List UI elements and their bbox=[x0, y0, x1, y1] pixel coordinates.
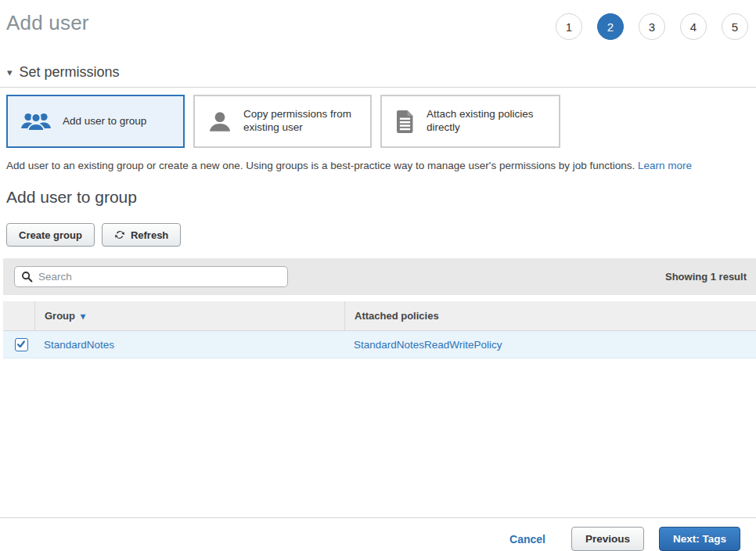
search-field-wrap bbox=[14, 266, 288, 287]
policy-link[interactable]: StandardNotesReadWritePolicy bbox=[354, 339, 502, 351]
sort-desc-icon: ▾ bbox=[81, 311, 85, 322]
header-policies-column: Attached policies bbox=[344, 301, 756, 330]
step-indicator: 1 2 3 4 5 bbox=[556, 13, 748, 40]
table-toolbar: Showing 1 result bbox=[3, 258, 756, 295]
cancel-link[interactable]: Cancel bbox=[509, 533, 545, 546]
group-column-label: Group bbox=[45, 310, 75, 322]
row-checkbox-checked[interactable] bbox=[15, 338, 28, 351]
permissions-description: Add user to an existing group or create … bbox=[6, 160, 756, 171]
option-label: Add user to group bbox=[63, 115, 146, 128]
page-title: Add user bbox=[6, 11, 89, 35]
table-row[interactable]: StandardNotes StandardNotesReadWritePoli… bbox=[3, 331, 756, 358]
permission-options: Add user to group Copy permissions from … bbox=[6, 95, 756, 148]
table-header-row: Group ▾ Attached policies bbox=[3, 301, 756, 331]
learn-more-link[interactable]: Learn more bbox=[638, 160, 692, 171]
header-checkbox-column bbox=[3, 301, 34, 330]
collapse-arrow-icon: ▾ bbox=[7, 67, 13, 77]
row-policies-cell: StandardNotesReadWritePolicy bbox=[344, 339, 756, 351]
create-group-button[interactable]: Create group bbox=[6, 223, 95, 247]
group-actions: Create group Refresh bbox=[6, 223, 756, 247]
step-5[interactable]: 5 bbox=[722, 13, 748, 40]
search-icon bbox=[21, 271, 33, 283]
wizard-footer: Cancel Previous Next: Tags bbox=[0, 517, 756, 551]
results-count: Showing 1 result bbox=[665, 271, 748, 283]
add-user-wizard: Add user 1 2 3 4 5 ▾ Set permissions bbox=[0, 0, 756, 551]
option-copy-permissions[interactable]: Copy permissions from existing user bbox=[193, 95, 372, 148]
groups-table: Group ▾ Attached policies StandardNotes … bbox=[3, 301, 756, 358]
group-link[interactable]: StandardNotes bbox=[44, 339, 114, 351]
row-checkbox-cell bbox=[3, 338, 34, 351]
step-1[interactable]: 1 bbox=[556, 13, 582, 40]
single-user-icon bbox=[207, 109, 232, 134]
header-group-column[interactable]: Group ▾ bbox=[34, 301, 344, 330]
next-tags-button[interactable]: Next: Tags bbox=[659, 527, 740, 551]
refresh-button[interactable]: Refresh bbox=[102, 223, 181, 247]
search-input[interactable] bbox=[14, 266, 288, 287]
set-permissions-header[interactable]: ▾ Set permissions bbox=[7, 64, 756, 81]
option-add-user-to-group[interactable]: Add user to group bbox=[6, 95, 185, 148]
group-section-title: Add user to group bbox=[6, 188, 756, 207]
wizard-header: Add user 1 2 3 4 5 bbox=[0, 0, 756, 40]
option-label: Attach existing policies directly bbox=[427, 108, 551, 135]
step-4[interactable]: 4 bbox=[680, 13, 707, 40]
section-title: Set permissions bbox=[20, 64, 120, 81]
policy-document-icon bbox=[394, 110, 416, 134]
option-label: Copy permissions from existing user bbox=[243, 108, 362, 135]
user-group-icon bbox=[20, 110, 52, 133]
checkmark-icon bbox=[16, 340, 26, 349]
step-3[interactable]: 3 bbox=[639, 13, 665, 40]
description-text: Add user to an existing group or create … bbox=[6, 160, 638, 171]
refresh-label: Refresh bbox=[131, 229, 168, 241]
step-2-current[interactable]: 2 bbox=[597, 13, 624, 40]
policies-column-label: Attached policies bbox=[355, 310, 439, 322]
row-group-cell: StandardNotes bbox=[34, 339, 344, 351]
refresh-icon bbox=[114, 229, 125, 240]
previous-button[interactable]: Previous bbox=[571, 527, 644, 551]
section-divider bbox=[0, 87, 756, 88]
option-attach-policies[interactable]: Attach existing policies directly bbox=[380, 95, 560, 148]
